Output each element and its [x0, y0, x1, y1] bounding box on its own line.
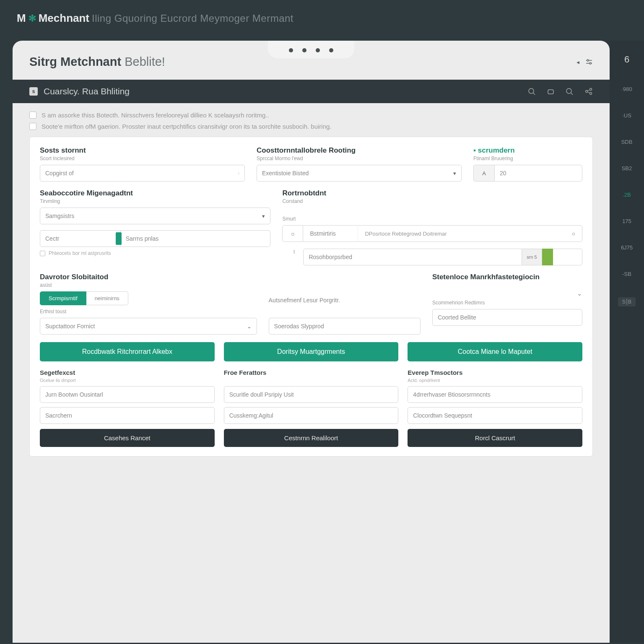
rail-item[interactable]: ·US [622, 112, 631, 119]
svg-point-7 [566, 88, 571, 93]
chevron-down-icon: ⌄ [247, 323, 252, 330]
select-value: DPosrtoce Rebtegrowd Doitremar ○ [358, 225, 582, 242]
field-sublabel: Scommehrion Redtimrs [432, 300, 582, 306]
main-card: Sitrg Metchnant Beblite! ◂ s Cuarslcy. R… [13, 41, 610, 643]
field-sublabel: Sprccal Mormo l'ewd [257, 156, 462, 161]
inbox-icon[interactable] [547, 88, 555, 96]
secondary-action-button[interactable]: Rorcl Cascrurt [408, 429, 582, 447]
field-label: Coosttornntallobrele Rooting [257, 146, 462, 155]
primary-action-button[interactable]: Doritsy Muartggrments [224, 342, 399, 361]
badge-input[interactable]: Rosohborpsrbed srn 5 [303, 249, 582, 265]
group-heading: Segetfexcst [40, 369, 215, 376]
expand-icon[interactable]: ⌄ [432, 290, 582, 297]
text-input[interactable]: Jurn Bootwn Ousintarl [40, 386, 215, 403]
text-input[interactable]: 4drrerhvaser Btiosorsrrnncnts [408, 386, 582, 403]
search-icon[interactable] [528, 88, 536, 96]
checkbox[interactable] [29, 123, 36, 130]
notice-row: Soote'e mirfton ofM gaerion. Prosster in… [29, 123, 593, 130]
caret-icon: ⦂ [238, 171, 239, 176]
primary-action-button[interactable]: Rocdbwatk Ritchrorrart Alkebx [40, 342, 215, 361]
rail-item-active[interactable]: .2B [623, 192, 631, 198]
section-title: Cuarslcy. Rua Bhliting [44, 86, 130, 96]
rail-item[interactable]: SB2 [622, 165, 632, 171]
prefix-input[interactable]: A 20 [473, 165, 582, 182]
field-label: Autsnefmenf Lesur Porgritr. [269, 297, 421, 304]
compound-select[interactable]: ☼ Bstmirtiris DPosrtoce Rebtegrowd Doitr… [282, 225, 582, 242]
text-input[interactable]: Clocordtwn Sequepsnt [408, 407, 582, 424]
svg-line-8 [571, 93, 573, 95]
group-heading: Froe Ferattors [224, 369, 399, 376]
text-input[interactable]: Scuritle doull Psripiy Usit [224, 386, 399, 403]
svg-point-9 [586, 91, 588, 93]
svg-point-1 [587, 60, 589, 61]
dot-indicator[interactable] [302, 48, 306, 52]
helper-text: Phteocets bor ml astprusrits [49, 250, 111, 256]
text-input[interactable]: Sacrchern [40, 407, 215, 424]
secondary-action-button[interactable]: Casehes Rancet [40, 429, 215, 447]
collapse-button[interactable]: ◂ [576, 59, 579, 65]
checkbox[interactable] [40, 251, 45, 256]
dot-indicator[interactable] [316, 48, 320, 52]
chevron-down-icon: ▾ [453, 170, 456, 177]
dot-indicator[interactable] [329, 48, 333, 52]
select-input[interactable]: Samgsistrs ▾ [40, 208, 270, 224]
text-input[interactable]: Coorted Bellite [432, 309, 582, 326]
svg-rect-6 [548, 90, 553, 94]
group-sublabel [224, 378, 399, 383]
rail-item[interactable]: 175 [622, 218, 631, 224]
svg-point-4 [529, 88, 534, 93]
status-indicator [542, 249, 553, 265]
toggle-option-active[interactable]: Scrmpisrntif [40, 291, 86, 305]
field-label: Sosts stornnt [40, 146, 245, 155]
side-rail: 6 ·980 ·US SDB SB2 .2B 175 6J75 -SB S⎮B [610, 41, 644, 643]
svg-line-5 [533, 93, 535, 95]
select-input[interactable]: Exentistoie Bisted ▾ [257, 165, 462, 182]
section-bar: s Cuarslcy. Rua Bhliting [13, 80, 610, 103]
rail-item[interactable]: 6J75 [621, 244, 633, 251]
notice-text: Soote'e mirfton ofM gaerion. Prosster in… [42, 123, 332, 130]
field-label: Davrotor Slobitaitod [40, 273, 257, 281]
field-sublabel: Erthist toust [40, 309, 257, 314]
text-input[interactable]: Soerodas Slypprod [269, 318, 421, 335]
field-sublabel: Tirvmling [40, 198, 270, 204]
svg-line-13 [587, 92, 590, 93]
group-sublabel: Acld. opndrlrent [408, 378, 582, 383]
rail-item-pill[interactable]: S⎮B [618, 297, 636, 306]
rail-item[interactable]: -SB [622, 271, 631, 277]
field-label: Rortrnobtdnt [282, 189, 582, 197]
badge-label: srn 5 [522, 249, 542, 265]
search-icon[interactable] [566, 88, 574, 96]
group-sublabel: Ocelue lis dmport [40, 378, 215, 383]
text-input[interactable]: Cusskemg:Agitul [224, 407, 399, 424]
toggle-option[interactable]: neiminirns [86, 291, 128, 305]
field-label: ▪ scrumdern [473, 146, 582, 155]
svg-point-10 [590, 88, 592, 91]
form-panel: Sosts stornnt Scort Inclesired Copgirst … [29, 137, 593, 457]
primary-action-button[interactable]: Cootca Miane lo Maputet [408, 342, 582, 361]
field-sublabel: Ftinaml Bruuering [473, 156, 582, 161]
brand-letter: M [17, 12, 26, 25]
field-sublabel: Scort Inclesired [40, 156, 245, 161]
group-heading: Everep Tmsoctors [408, 369, 582, 376]
select-label: Bstmirtiris [303, 225, 358, 242]
rail-item[interactable]: SDB [621, 139, 633, 145]
rail-item[interactable]: ·980 [621, 86, 632, 92]
notice-row: S am assorke thiss Botecth. Nirsschvers … [29, 112, 593, 119]
share-icon[interactable] [584, 87, 593, 96]
brand-logo: M ✻ Mechnant Iling Gquoring Eucrord Meym… [17, 12, 293, 25]
input-prefix: A [473, 165, 494, 182]
dot-indicator[interactable] [289, 48, 293, 52]
page-title: Sitrg Metchnant Beblite! [29, 55, 165, 69]
select-input[interactable]: Supctattoor Fornict ⌄ [40, 318, 257, 335]
brand-tagline: Iling Gquoring Eucrord Meymoger Mermant [92, 13, 293, 24]
app-header: M ✻ Mechnant Iling Gquoring Eucrord Meym… [0, 0, 644, 41]
text-input[interactable]: Sarrns pnlas [121, 230, 271, 247]
settings-button[interactable] [585, 58, 593, 66]
secondary-action-button[interactable]: Cestnrnn Realiloort [224, 429, 399, 447]
checkbox[interactable] [29, 112, 36, 119]
rail-count: 6 [624, 54, 629, 65]
select-input[interactable]: Copgirst of ⦂ [40, 165, 245, 182]
text-input[interactable]: Cectr [40, 230, 121, 247]
sparkle-icon: ✻ [29, 13, 36, 24]
svg-point-11 [590, 93, 592, 95]
